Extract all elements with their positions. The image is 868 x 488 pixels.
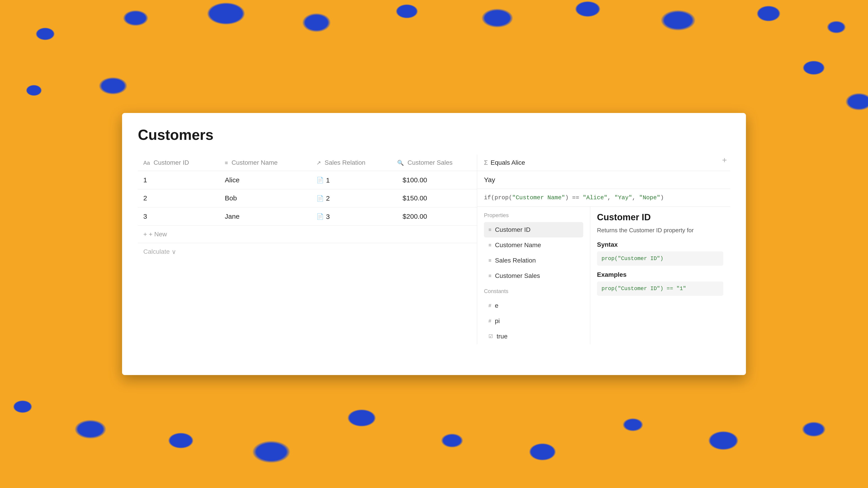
chevron-down-icon: ∨ [172, 248, 176, 256]
prop-item-customer-name[interactable]: ≡ Customer Name [484, 237, 583, 253]
formula-result-row1: Yay [477, 171, 730, 189]
cell-name-jane[interactable]: Jane [219, 207, 311, 226]
documentation-panel: Customer ID Returns the Customer ID prop… [590, 207, 730, 344]
table-row: 1 Alice 1 $100.00 [138, 171, 477, 189]
constants-section: Constants # e # pi ☑ true [477, 284, 590, 344]
right-section: Σ Equals Alice + Yay if(prop("Customer N… [477, 155, 730, 344]
sigma-icon: Σ [484, 159, 488, 166]
search-icon: 🔍 [397, 160, 404, 166]
col-header-customer-name[interactable]: ≡ Customer Name [219, 155, 311, 171]
file-icon: 3 [316, 213, 330, 221]
left-section: Aa Customer ID ≡ Customer Name ↗ Sales R… [138, 155, 477, 344]
prop-item-customer-sales[interactable]: ≡ Customer Sales [484, 268, 583, 284]
prop-item-customer-id[interactable]: ≡ Customer ID [484, 222, 583, 237]
file-icon: 2 [316, 195, 330, 202]
code-normal: ) == [565, 194, 583, 201]
file-icon: 1 [316, 176, 330, 184]
props-and-doc: Properties ≡ Customer ID ≡ Customer Name… [477, 207, 730, 344]
examples-title: Examples [597, 271, 723, 278]
aa-icon: Aa [143, 160, 150, 166]
cell-relation-1[interactable]: 1 [311, 171, 397, 189]
calculate-button[interactable]: Calculate ∨ [138, 243, 477, 260]
doc-title: Customer ID [597, 212, 723, 222]
page-title: Customers [138, 127, 730, 143]
cell-id-3[interactable]: 3 [138, 207, 219, 226]
list-icon: ≡ [489, 227, 491, 233]
cell-relation-3[interactable]: 3 [311, 207, 397, 226]
customers-table: Aa Customer ID ≡ Customer Name ↗ Sales R… [138, 155, 477, 226]
cell-id-1[interactable]: 1 [138, 171, 219, 189]
plus-icon: + [143, 231, 147, 238]
code-string-2: "Alice" [583, 194, 608, 201]
add-column-button[interactable]: + [719, 155, 730, 166]
syntax-code: prop("Customer ID") [597, 252, 723, 266]
col-header-customer-id[interactable]: Aa Customer ID [138, 155, 219, 171]
cell-relation-2[interactable]: 2 [311, 189, 397, 207]
hash-icon: # [489, 303, 491, 308]
constant-e[interactable]: # e [484, 298, 583, 313]
constant-true[interactable]: ☑ true [484, 329, 583, 344]
list-icon: ≡ [489, 258, 491, 263]
arrow-icon: ↗ [316, 160, 321, 166]
main-panel: Customers Aa Customer ID ≡ Customer Name [122, 113, 746, 375]
cell-name-alice[interactable]: Alice [219, 171, 311, 189]
table-row: 2 Bob 2 $150.00 [138, 189, 477, 207]
table-row: 3 Jane 3 $200.00 [138, 207, 477, 226]
code-normal2: , [608, 194, 614, 201]
formula-expression[interactable]: if(prop("Customer Name") == "Alice", "Ya… [477, 189, 730, 207]
col-header-customer-sales[interactable]: 🔍 Customer Sales [397, 155, 477, 171]
cell-name-bob[interactable]: Bob [219, 189, 311, 207]
cell-sales-3[interactable]: $200.00 [397, 207, 477, 226]
cell-id-2[interactable]: 2 [138, 189, 219, 207]
props-list: Properties ≡ Customer ID ≡ Customer Name… [484, 212, 583, 284]
code-keyword: if(prop( [484, 194, 512, 201]
properties-section: Properties ≡ Customer ID ≡ Customer Name… [477, 207, 590, 284]
code-string-4: "Nope" [639, 194, 660, 201]
hash-icon: # [489, 318, 491, 324]
cell-sales-1[interactable]: $100.00 [397, 171, 477, 189]
add-new-button[interactable]: + + New [138, 226, 477, 243]
constant-pi[interactable]: # pi [484, 313, 583, 329]
prop-item-sales-relation[interactable]: ≡ Sales Relation [484, 253, 583, 268]
checkbox-icon: ☑ [489, 333, 493, 339]
col-header-sales-relation[interactable]: ↗ Sales Relation [311, 155, 397, 171]
table-area: Aa Customer ID ≡ Customer Name ↗ Sales R… [138, 155, 730, 344]
list-icon: ≡ [489, 242, 491, 248]
cell-sales-2[interactable]: $150.00 [397, 189, 477, 207]
properties-title: Properties [484, 212, 583, 219]
list-icon: ≡ [489, 273, 491, 279]
syntax-title: Syntax [597, 241, 723, 248]
example-code: prop("Customer ID") == "1" [597, 282, 723, 296]
properties-column: Properties ≡ Customer ID ≡ Customer Name… [477, 207, 590, 344]
constants-title: Constants [484, 288, 583, 294]
code-close: ) [660, 194, 664, 201]
code-string-3: "Yay" [614, 194, 632, 201]
formula-column-header[interactable]: Σ Equals Alice [477, 155, 719, 171]
doc-description: Returns the Customer ID property for [597, 226, 723, 235]
code-normal3: , [632, 194, 639, 201]
list-icon: ≡ [225, 160, 228, 166]
code-string-1: "Customer Name" [512, 194, 565, 201]
